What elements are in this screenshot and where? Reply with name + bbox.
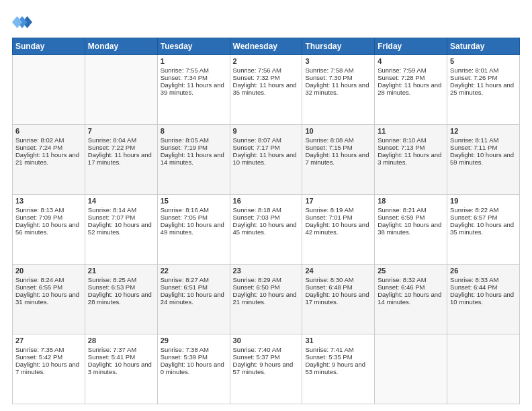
day-number: 27 [15,336,82,345]
day-number: 30 [233,336,300,345]
day-info: Sunrise: 8:08 AM [305,136,371,144]
day-info: Sunrise: 8:11 AM [450,136,517,144]
calendar-cell: 14Sunrise: 8:14 AMSunset: 7:07 PMDayligh… [85,195,157,265]
day-info: Daylight: 10 hours and 42 minutes. [305,221,371,236]
day-number: 26 [450,267,517,275]
day-info: Sunset: 7:07 PM [88,214,154,221]
day-info: Daylight: 10 hours and 52 minutes. [88,221,154,236]
day-info: Daylight: 10 hours and 38 minutes. [378,221,444,236]
calendar-week-row: 6Sunrise: 8:02 AMSunset: 7:24 PMDaylight… [13,125,520,195]
day-info: Sunrise: 7:38 AM [161,346,227,353]
day-info: Daylight: 11 hours and 14 minutes. [161,151,227,166]
day-info: Sunset: 7:24 PM [15,144,82,151]
day-info: Daylight: 11 hours and 28 minutes. [378,81,444,96]
day-info: Sunrise: 7:58 AM [305,66,371,74]
calendar-cell: 25Sunrise: 8:32 AMSunset: 6:46 PMDayligh… [375,265,447,334]
day-info: Sunrise: 8:25 AM [88,276,154,283]
day-info: Sunset: 6:59 PM [378,214,444,221]
day-info: Sunset: 6:46 PM [378,283,444,291]
calendar-week-row: 20Sunrise: 8:24 AMSunset: 6:55 PMDayligh… [13,265,520,334]
day-info: Sunset: 7:03 PM [233,214,300,221]
day-info: Daylight: 10 hours and 59 minutes. [450,151,517,166]
day-info: Sunset: 7:34 PM [161,74,227,81]
day-info: Sunset: 5:39 PM [161,353,227,361]
calendar-cell: 11Sunrise: 8:10 AMSunset: 7:13 PMDayligh… [375,125,447,195]
calendar-cell [447,334,520,404]
day-info: Sunset: 6:53 PM [88,283,154,291]
calendar-day-header: Monday [85,38,157,55]
calendar-cell: 3Sunrise: 7:58 AMSunset: 7:30 PMDaylight… [302,55,375,125]
calendar-cell: 30Sunrise: 7:40 AMSunset: 5:37 PMDayligh… [230,334,302,404]
day-info: Daylight: 10 hours and 17 minutes. [305,291,371,306]
day-info: Daylight: 11 hours and 17 minutes. [88,151,154,166]
day-number: 8 [161,127,227,135]
day-info: Daylight: 11 hours and 10 minutes. [233,151,300,166]
day-info: Daylight: 10 hours and 28 minutes. [88,291,154,306]
calendar-cell: 29Sunrise: 7:38 AMSunset: 5:39 PMDayligh… [157,334,230,404]
day-info: Daylight: 10 hours and 45 minutes. [233,221,300,236]
day-number: 4 [378,57,444,65]
page: SundayMondayTuesdayWednesdayThursdayFrid… [0,0,532,411]
calendar-cell [13,55,85,125]
day-number: 3 [305,57,371,65]
calendar-cell [375,334,447,404]
day-info: Sunset: 7:32 PM [233,74,300,81]
day-info: Sunset: 6:57 PM [450,214,517,221]
day-info: Daylight: 11 hours and 3 minutes. [378,151,444,166]
day-number: 9 [233,127,300,135]
day-info: Sunset: 6:44 PM [450,283,517,291]
calendar-cell: 4Sunrise: 7:59 AMSunset: 7:28 PMDaylight… [375,55,447,125]
day-number: 22 [161,267,227,275]
calendar-week-row: 13Sunrise: 8:13 AMSunset: 7:09 PMDayligh… [13,195,520,265]
day-info: Sunrise: 8:19 AM [305,206,371,214]
calendar-cell: 5Sunrise: 8:01 AMSunset: 7:26 PMDaylight… [447,55,520,125]
day-number: 19 [450,197,517,205]
calendar-cell: 19Sunrise: 8:22 AMSunset: 6:57 PMDayligh… [447,195,520,265]
day-number: 23 [233,267,300,275]
day-info: Sunset: 7:30 PM [305,74,371,81]
day-number: 14 [88,197,154,205]
day-info: Daylight: 10 hours and 21 minutes. [233,291,300,306]
day-info: Sunrise: 8:07 AM [233,136,300,144]
calendar-cell: 17Sunrise: 8:19 AMSunset: 7:01 PMDayligh… [302,195,375,265]
day-info: Sunrise: 8:33 AM [450,276,517,283]
calendar-cell [85,55,157,125]
day-number: 11 [378,127,444,135]
day-info: Daylight: 11 hours and 25 minutes. [450,81,517,96]
calendar-cell: 16Sunrise: 8:18 AMSunset: 7:03 PMDayligh… [230,195,302,265]
day-info: Sunset: 7:28 PM [378,74,444,81]
day-info: Sunset: 7:01 PM [305,214,371,221]
calendar-cell: 10Sunrise: 8:08 AMSunset: 7:15 PMDayligh… [302,125,375,195]
day-info: Sunrise: 8:30 AM [305,276,371,283]
calendar-cell: 6Sunrise: 8:02 AMSunset: 7:24 PMDaylight… [13,125,85,195]
day-number: 7 [88,127,154,135]
calendar-cell: 8Sunrise: 8:05 AMSunset: 7:19 PMDaylight… [157,125,230,195]
calendar-cell: 15Sunrise: 8:16 AMSunset: 7:05 PMDayligh… [157,195,230,265]
day-info: Daylight: 11 hours and 7 minutes. [305,151,371,166]
calendar-week-row: 1Sunrise: 7:55 AMSunset: 7:34 PMDaylight… [13,55,520,125]
day-number: 21 [88,267,154,275]
day-info: Sunrise: 8:04 AM [88,136,154,144]
header [12,12,520,32]
day-number: 2 [233,57,300,65]
day-info: Daylight: 11 hours and 21 minutes. [15,151,82,166]
day-info: Sunrise: 8:02 AM [15,136,82,144]
day-info: Daylight: 11 hours and 39 minutes. [161,81,227,96]
calendar-cell: 12Sunrise: 8:11 AMSunset: 7:11 PMDayligh… [447,125,520,195]
day-info: Sunrise: 8:16 AM [161,206,227,214]
day-number: 20 [15,267,82,275]
calendar-table: SundayMondayTuesdayWednesdayThursdayFrid… [12,38,520,404]
calendar-cell: 26Sunrise: 8:33 AMSunset: 6:44 PMDayligh… [447,265,520,334]
day-info: Sunset: 7:19 PM [161,144,227,151]
calendar-cell: 1Sunrise: 7:55 AMSunset: 7:34 PMDaylight… [157,55,230,125]
logo-icon [12,12,32,32]
day-info: Sunrise: 7:35 AM [15,346,82,353]
day-info: Sunrise: 8:13 AM [15,206,82,214]
day-info: Sunset: 7:26 PM [450,74,517,81]
day-info: Sunset: 7:15 PM [305,144,371,151]
day-info: Daylight: 11 hours and 35 minutes. [233,81,300,96]
day-number: 18 [378,197,444,205]
day-info: Sunset: 7:05 PM [161,214,227,221]
day-number: 13 [15,197,82,205]
day-info: Sunrise: 8:10 AM [378,136,444,144]
